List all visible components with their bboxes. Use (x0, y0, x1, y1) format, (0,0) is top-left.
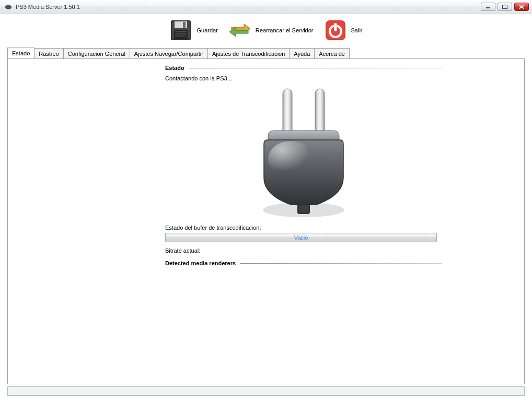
buffer-progress-bar: Vacio (165, 233, 437, 242)
section-header-renderers: Detected media renderers (165, 260, 442, 266)
tab-label: Rastreo (39, 51, 59, 57)
floppy-disk-icon (169, 19, 192, 42)
tab-strip: Estado Rastreo Configuracion General Aju… (7, 48, 525, 58)
svg-rect-20 (315, 89, 325, 137)
app-icon (4, 3, 13, 11)
window-title: PS3 Media Server 1.50.1 (16, 4, 80, 10)
svg-rect-23 (298, 205, 309, 213)
svg-rect-11 (175, 36, 187, 37)
section-divider (189, 68, 442, 68)
status-contacting-text: Contactando con la PS3... (165, 75, 442, 81)
tab-ajustes-navegar-compartir[interactable]: Ajustes Navegar/Compartir (130, 48, 208, 58)
tab-ayuda[interactable]: Ayuda (289, 48, 315, 58)
svg-rect-7 (183, 22, 186, 28)
maximize-button[interactable] (498, 3, 512, 11)
svg-point-21 (268, 141, 314, 176)
window-titlebar: PS3 Media Server 1.50.1 (0, 0, 532, 14)
power-icon (324, 19, 347, 42)
tab-label: Estado (12, 50, 30, 56)
svg-rect-2 (486, 7, 490, 8)
connection-plug-image (165, 86, 442, 221)
close-button[interactable] (514, 3, 529, 11)
save-label: Guardar (196, 27, 217, 33)
svg-point-1 (5, 5, 11, 8)
tab-label: Acerca de (319, 51, 345, 57)
restart-label: Rearrancar el Servidor (256, 27, 314, 33)
quit-label: Salir (351, 27, 363, 33)
quit-button[interactable]: Salir (324, 19, 363, 42)
svg-rect-10 (175, 33, 187, 34)
restart-server-button[interactable]: Rearrancar el Servidor (228, 19, 314, 42)
status-bar (7, 386, 525, 396)
tab-acerca-de[interactable]: Acerca de (314, 48, 350, 58)
section-divider (240, 263, 442, 264)
section-title: Detected media renderers (165, 260, 236, 266)
minimize-button[interactable] (481, 3, 495, 11)
tab-configuracion-general[interactable]: Configuracion General (63, 48, 130, 58)
tab-label: Ajustes de Transcodificacion (212, 51, 285, 57)
svg-rect-9 (175, 31, 187, 32)
tab-label: Ayuda (294, 51, 310, 57)
buffer-status-label: Estado del bufer de transcodificacion: (165, 225, 442, 231)
section-title: Estado (165, 65, 184, 71)
svg-rect-19 (283, 89, 292, 137)
section-header-estado: Estado (165, 65, 442, 71)
refresh-arrows-icon (228, 19, 251, 42)
bitrate-label: Bitrate actual: (165, 247, 442, 254)
tab-label: Ajustes Navegar/Compartir (134, 51, 203, 57)
tab-ajustes-transcodificacion[interactable]: Ajustes de Transcodificacion (207, 48, 290, 58)
svg-rect-17 (334, 23, 337, 30)
save-button[interactable]: Guardar (169, 19, 217, 42)
tab-label: Configuracion General (68, 51, 125, 57)
svg-rect-3 (503, 5, 507, 8)
buffer-progress-value: Vacio (294, 234, 308, 241)
main-toolbar: Guardar Rearrancar el Servidor (3, 15, 529, 46)
tab-estado[interactable]: Estado (7, 48, 34, 58)
tab-panel-estado: Estado Contactando con la PS3... (8, 60, 524, 383)
tab-rastreo[interactable]: Rastreo (34, 48, 64, 58)
